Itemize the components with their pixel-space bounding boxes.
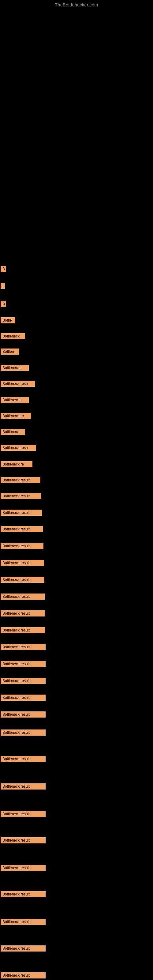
bottleneck-result-badge[interactable]: Bottleneck result xyxy=(1,945,46,951)
bottleneck-result-badge[interactable]: Bottleneck xyxy=(1,333,25,339)
item-row: Bottleneck result xyxy=(1,526,43,533)
item-row: Bottleneck result xyxy=(1,627,45,635)
item-row: Bottleneck result xyxy=(1,610,45,618)
bottleneck-result-badge[interactable]: Bottleneck result xyxy=(1,610,45,616)
item-row: Bottleneck re xyxy=(1,413,31,420)
item-row: Bottleneck result xyxy=(1,543,43,550)
bottleneck-result-badge[interactable]: Bottleneck result xyxy=(1,560,44,566)
item-row: Bottleneck r xyxy=(1,365,29,372)
item-row: Bottleneck r xyxy=(1,397,29,404)
item-row: Bottleneck result xyxy=(1,919,46,926)
bottleneck-result-badge[interactable]: Bottleneck result xyxy=(1,695,46,701)
bottleneck-result-badge[interactable]: Bottleneck result xyxy=(1,711,46,718)
item-row: Bottleneck result xyxy=(1,756,46,763)
bottleneck-result-badge[interactable]: Bottleneck result xyxy=(1,865,46,871)
bottleneck-result-badge[interactable]: B xyxy=(1,301,6,307)
bottleneck-result-badge[interactable]: Bottleneck r xyxy=(1,397,29,403)
bottleneck-result-badge[interactable]: Bottleneck result xyxy=(1,811,46,817)
bottleneck-result-badge[interactable]: Bottleneck result xyxy=(1,783,46,789)
item-row: Bottleneck result xyxy=(1,577,45,584)
item-row: Bottleneck re xyxy=(1,461,32,469)
item-row: Bottleneck result xyxy=(1,945,46,953)
item-row: Bottleneck result xyxy=(1,837,46,845)
item-row: Bottleneck result xyxy=(1,972,46,980)
bottleneck-result-badge[interactable]: B xyxy=(1,266,6,272)
bottleneck-result-badge[interactable]: Bottleneck result xyxy=(1,678,46,684)
item-row: Bottleneck result xyxy=(1,865,46,872)
bottleneck-result-badge[interactable]: Bottleneck result xyxy=(1,493,41,499)
bottleneck-result-badge[interactable]: Bottleneck result xyxy=(1,837,46,843)
item-row: B xyxy=(1,301,6,309)
item-row: Bottlen xyxy=(1,348,19,356)
item-row: Bottleneck result xyxy=(1,695,46,702)
bottleneck-result-badge[interactable]: Bottleneck result xyxy=(1,756,46,762)
item-row: Bottleneck result xyxy=(1,711,46,719)
bottleneck-result-badge[interactable]: Bottleneck result xyxy=(1,891,46,897)
item-row: Bottleneck result xyxy=(1,593,45,601)
bottleneck-result-badge[interactable]: Bottleneck xyxy=(1,429,25,435)
item-row: Bottleneck resu xyxy=(1,381,35,388)
bottleneck-result-badge[interactable]: Bottleneck result xyxy=(1,543,43,549)
item-row: Bottleneck xyxy=(1,429,25,436)
item-row: Bottleneck xyxy=(1,333,25,340)
item-row: Bottleneck result xyxy=(1,560,44,567)
bottleneck-result-badge[interactable]: Bottleneck result xyxy=(1,730,46,736)
item-row: Bottleneck result xyxy=(1,510,42,517)
item-row: Bottleneck result xyxy=(1,477,40,485)
bottleneck-result-badge[interactable]: Bottleneck result xyxy=(1,972,46,978)
bottleneck-result-badge[interactable]: Bottleneck resu xyxy=(1,381,35,387)
item-row: Bottle xyxy=(1,317,15,325)
item-row: Bottleneck resu xyxy=(1,445,36,452)
bottleneck-result-badge[interactable]: Bottleneck result xyxy=(1,593,45,600)
bottleneck-result-badge[interactable]: Bottleneck r xyxy=(1,365,29,371)
item-row: Bottleneck result xyxy=(1,661,46,668)
item-row: Bottleneck result xyxy=(1,644,46,651)
item-row: Bottleneck result xyxy=(1,891,46,899)
bottleneck-result-badge[interactable]: Bottleneck re xyxy=(1,461,32,467)
bottleneck-result-badge[interactable]: Bottleneck result xyxy=(1,477,40,483)
bottleneck-result-badge[interactable]: Bottleneck result xyxy=(1,510,42,516)
site-title: TheBottlenecker.com xyxy=(0,0,153,9)
item-row: Bottleneck result xyxy=(1,783,46,791)
bottleneck-result-badge[interactable]: Bottleneck result xyxy=(1,627,45,633)
bottleneck-result-badge[interactable]: | xyxy=(1,283,5,289)
bottleneck-result-badge[interactable]: Bottlen xyxy=(1,348,19,355)
bottleneck-result-badge[interactable]: Bottleneck result xyxy=(1,644,46,650)
item-row: Bottleneck result xyxy=(1,678,46,685)
bottleneck-result-badge[interactable]: Bottleneck result xyxy=(1,919,46,925)
bottleneck-result-badge[interactable]: Bottle xyxy=(1,317,15,323)
item-row: Bottleneck result xyxy=(1,811,46,818)
bottleneck-result-badge[interactable]: Bottleneck resu xyxy=(1,445,36,451)
item-row: B xyxy=(1,266,6,273)
bottleneck-result-badge[interactable]: Bottleneck result xyxy=(1,661,46,667)
item-row: Bottleneck result xyxy=(1,493,41,500)
bottleneck-result-badge[interactable]: Bottleneck re xyxy=(1,413,31,419)
item-row: Bottleneck result xyxy=(1,730,46,737)
bottleneck-result-badge[interactable]: Bottleneck result xyxy=(1,577,45,583)
bottleneck-result-badge[interactable]: Bottleneck result xyxy=(1,526,43,532)
item-row: | xyxy=(1,283,5,290)
